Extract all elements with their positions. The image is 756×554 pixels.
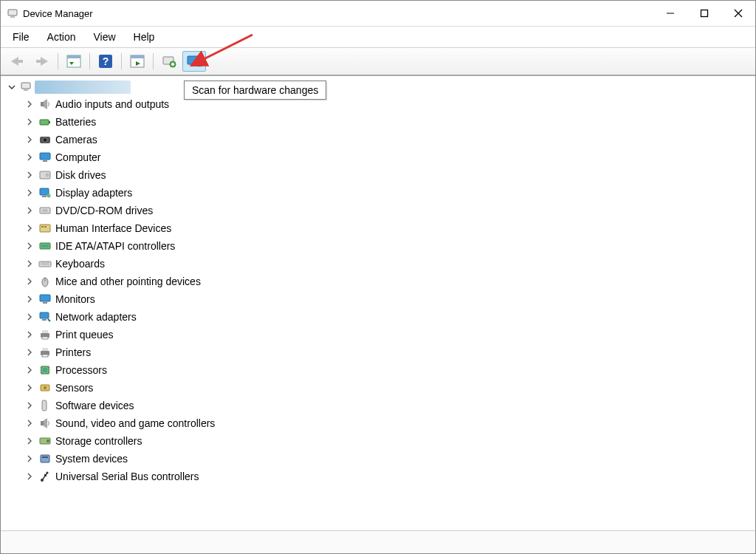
- svg-marker-71: [44, 418, 47, 428]
- chevron-right-icon[interactable]: [23, 257, 36, 270]
- chevron-right-icon[interactable]: [23, 328, 36, 341]
- tree-node[interactable]: DVD/CD-ROM drives: [5, 202, 749, 219]
- svg-point-29: [43, 138, 47, 143]
- tree-node-label: Batteries: [55, 116, 96, 128]
- disk-icon: [38, 168, 52, 182]
- menu-action[interactable]: Action: [40, 30, 83, 44]
- svg-rect-23: [24, 89, 28, 91]
- tree-root-row[interactable]: [5, 79, 749, 95]
- svg-rect-43: [41, 244, 49, 247]
- speaker-icon: [38, 97, 52, 112]
- back-button[interactable]: [5, 51, 29, 72]
- tree-node-label: Printers: [55, 346, 91, 358]
- tree-node[interactable]: Computer: [5, 148, 749, 166]
- chevron-right-icon[interactable]: [23, 293, 36, 306]
- tree-node[interactable]: Sensors: [5, 379, 749, 397]
- tree-node[interactable]: Display adapters: [5, 184, 749, 202]
- svg-rect-70: [41, 421, 44, 425]
- chevron-right-icon[interactable]: [23, 115, 36, 129]
- chevron-right-icon[interactable]: [23, 98, 36, 111]
- minimize-button[interactable]: [653, 1, 687, 26]
- tree-node[interactable]: Monitors: [5, 290, 749, 308]
- tree-node[interactable]: Mice and other pointing devices: [5, 273, 749, 290]
- chevron-right-icon[interactable]: [23, 470, 36, 483]
- menu-help[interactable]: Help: [126, 30, 162, 44]
- tree-node-label: Print queues: [55, 329, 114, 341]
- chevron-right-icon[interactable]: [23, 186, 36, 199]
- svg-rect-1: [10, 16, 15, 18]
- tree-node[interactable]: Sound, video and game controllers: [5, 414, 749, 432]
- tree-node[interactable]: System devices: [5, 450, 749, 468]
- chevron-right-icon[interactable]: [23, 222, 36, 235]
- svg-rect-49: [40, 295, 50, 301]
- software-icon: [38, 398, 52, 413]
- tree-node[interactable]: IDE ATA/ATAPI controllers: [5, 237, 749, 255]
- chevron-right-icon[interactable]: [23, 381, 36, 394]
- tree-node[interactable]: Disk drives: [5, 166, 749, 184]
- chevron-down-icon[interactable]: [5, 81, 18, 94]
- svg-text:?: ?: [103, 55, 109, 67]
- tree-node[interactable]: Universal Serial Bus controllers: [5, 468, 749, 485]
- tree-node-label: Processors: [55, 364, 107, 376]
- chevron-right-icon[interactable]: [23, 363, 36, 377]
- tree-node[interactable]: Storage controllers: [5, 432, 749, 450]
- menubar: File Action View Help: [1, 27, 755, 48]
- chevron-right-icon[interactable]: [23, 239, 36, 253]
- help-button[interactable]: ?: [94, 51, 117, 72]
- tree-node[interactable]: Print queues: [5, 326, 749, 343]
- printer-icon: [38, 327, 52, 342]
- chevron-right-icon[interactable]: [23, 399, 36, 412]
- chevron-right-icon[interactable]: [23, 417, 36, 430]
- svg-rect-14: [131, 55, 144, 58]
- svg-rect-39: [40, 225, 50, 232]
- display-adapter-icon: [38, 185, 52, 200]
- svg-rect-31: [43, 160, 47, 162]
- device-manager-icon: [7, 7, 18, 19]
- tree-node[interactable]: Processors: [5, 361, 749, 379]
- tree-node[interactable]: Human Interface Devices: [5, 219, 749, 237]
- tree-node-label: Mice and other pointing devices: [55, 276, 201, 287]
- tree-node-label: Storage controllers: [55, 435, 142, 447]
- svg-rect-74: [41, 455, 49, 462]
- update-driver-button[interactable]: [157, 51, 181, 72]
- chevron-right-icon[interactable]: [23, 204, 36, 217]
- computer-name-redacted[interactable]: [35, 81, 131, 94]
- svg-rect-24: [41, 102, 44, 106]
- maximize-button[interactable]: [687, 1, 721, 26]
- svg-rect-79: [44, 474, 47, 476]
- tree-node[interactable]: Keyboards: [5, 255, 749, 273]
- chevron-right-icon[interactable]: [23, 151, 36, 164]
- chevron-right-icon[interactable]: [23, 133, 36, 146]
- device-tree[interactable]: Audio inputs and outputsBatteriesCameras…: [1, 75, 755, 525]
- chevron-right-icon[interactable]: [23, 346, 36, 359]
- tree-node[interactable]: Cameras: [5, 131, 749, 148]
- forward-button[interactable]: [30, 51, 54, 72]
- tree-node[interactable]: Batteries: [5, 113, 749, 131]
- menu-file[interactable]: File: [5, 30, 37, 44]
- svg-rect-27: [49, 121, 50, 123]
- chevron-right-icon[interactable]: [23, 275, 36, 288]
- chevron-right-icon[interactable]: [23, 168, 36, 182]
- show-hide-console-tree-button[interactable]: [62, 51, 86, 72]
- tree-node[interactable]: Network adapters: [5, 308, 749, 326]
- tree-node-label: Disk drives: [55, 169, 106, 181]
- tree-node-label: Monitors: [55, 293, 95, 305]
- menu-view[interactable]: View: [86, 30, 123, 44]
- chevron-right-icon[interactable]: [23, 310, 36, 324]
- window-title: Device Manager: [23, 8, 93, 19]
- tree-node[interactable]: Audio inputs and outputs: [5, 95, 749, 113]
- monitor-icon: [38, 150, 52, 165]
- window-controls: [653, 1, 755, 26]
- svg-rect-35: [42, 196, 47, 197]
- scan-hardware-changes-button[interactable]: [182, 51, 206, 72]
- tree-node[interactable]: Software devices: [5, 397, 749, 414]
- close-button[interactable]: [721, 1, 755, 26]
- tree-node-label: System devices: [55, 453, 128, 465]
- chevron-right-icon[interactable]: [23, 434, 36, 448]
- tree-node[interactable]: Printers: [5, 343, 749, 361]
- printer-icon: [38, 345, 52, 360]
- sensor-icon: [38, 380, 52, 395]
- chevron-right-icon[interactable]: [23, 452, 36, 465]
- properties-button[interactable]: [126, 51, 149, 72]
- svg-marker-25: [44, 99, 47, 109]
